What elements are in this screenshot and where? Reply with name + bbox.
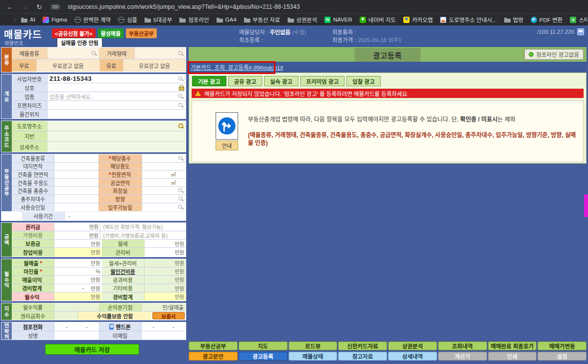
email-input[interactable] — [141, 331, 186, 340]
industry-input[interactable]: 업종을 선택하세요 - — [47, 92, 186, 100]
bookmark-item[interactable]: 점포라인 — [179, 16, 209, 24]
bottom-button[interactable]: 로드뷰 — [289, 341, 338, 350]
monthly-input[interactable]: % — [54, 267, 102, 275]
search-icon[interactable] — [178, 171, 184, 177]
store-phone-input[interactable]: - - — [54, 322, 99, 331]
bottom-button[interactable]: 광고등록 — [239, 352, 288, 361]
bottom-button[interactable]: 지도 — [239, 341, 288, 350]
registry-left-input[interactable] — [54, 154, 98, 162]
bookmark-item[interactable]: 상권분석 — [288, 16, 317, 24]
monthly-input-2[interactable]: 만원 — [144, 259, 186, 267]
location-input[interactable] — [47, 110, 186, 119]
bottom-button[interactable]: 광고문안 — [189, 352, 238, 361]
bookmark-item[interactable]: 완벽한 계약 — [74, 16, 111, 24]
jibun-input[interactable] — [47, 131, 186, 141]
bookmark-item[interactable]: Figma — [43, 17, 67, 23]
ad-tab[interactable]: 입찰 광고 — [346, 76, 381, 86]
monthly-input[interactable]: 만원 — [54, 292, 102, 301]
road-address-input[interactable] — [47, 121, 186, 131]
save-listing-button[interactable]: 매물카드 저장 — [45, 344, 139, 355]
bookmark-item[interactable]: 법령 — [504, 16, 523, 24]
price-input[interactable]: 만원 — [54, 240, 102, 247]
registry-right-input[interactable] — [142, 163, 186, 170]
bookmark-item[interactable]: 도로명주소 안내시... — [440, 16, 496, 24]
bookmark-item[interactable]: GA4 — [217, 17, 237, 23]
monthly-input[interactable]: 만원 — [54, 276, 102, 284]
deal-type-input[interactable] — [134, 48, 186, 59]
search-icon[interactable] — [178, 50, 184, 56]
bookmark-item[interactable]: 카카오맵 — [403, 16, 433, 24]
bookmark-item[interactable]: 부동산 자료 — [244, 16, 280, 24]
refresh-icon[interactable]: ↻ — [35, 3, 43, 11]
monthly-input-2[interactable]: 만원 — [144, 284, 186, 292]
bookmark-item[interactable]: 심플 — [118, 16, 137, 24]
bottom-button[interactable]: 설정 — [538, 352, 587, 361]
bookmark-item[interactable]: 스티커 오류리포트 — [570, 16, 588, 24]
listing-type-input[interactable] — [47, 48, 99, 59]
site-info-icon[interactable] — [50, 3, 61, 10]
search-icon[interactable] — [178, 155, 184, 161]
jumpoline-no-ad-button[interactable]: 점포라인 광고없음 — [524, 49, 584, 60]
bottom-button[interactable]: 계산기 — [438, 352, 487, 361]
bookmark-item[interactable]: AI — [21, 17, 35, 23]
ad-tab[interactable]: 공유 광고 — [228, 76, 263, 86]
usage-period-input[interactable]: - — [64, 212, 186, 220]
price-input[interactable]: 만원 — [54, 223, 100, 231]
mobile-input[interactable]: - - — [141, 322, 186, 331]
monthly-input[interactable]: -만원 — [54, 284, 102, 292]
registry-right-input[interactable] — [142, 187, 186, 194]
manager-edit-link[interactable]: (수정) — [292, 29, 306, 35]
bottom-button[interactable]: 매매완료 최종호가 — [488, 341, 537, 350]
registry-right-input[interactable] — [142, 203, 186, 212]
bottom-button[interactable]: 매매가변동 — [538, 341, 587, 350]
url-text[interactable]: stgsuccess.jumpoline.com/work5/jumpo_vie… — [68, 3, 300, 10]
edge-panel-handle[interactable] — [584, 194, 588, 217]
registry-right-input[interactable]: ㎡ — [142, 170, 186, 178]
registry-left-input[interactable] — [54, 203, 98, 212]
registry-left-input[interactable] — [54, 179, 98, 187]
monthly-input-2[interactable]: 만원 — [144, 292, 186, 301]
search-icon[interactable] — [178, 163, 184, 169]
search-icon[interactable] — [178, 180, 184, 186]
bookmark-item[interactable]: NAVER — [324, 17, 352, 23]
bookmark-item[interactable]: 네이버 지도 — [360, 16, 396, 24]
ad-tab[interactable]: 프리미엄 광고 — [300, 76, 345, 86]
monthly-input-2[interactable]: 만원 — [144, 267, 186, 275]
monthly-input[interactable]: 만원 — [54, 259, 102, 267]
search-icon[interactable] — [178, 76, 184, 82]
registry-left-input[interactable] — [54, 195, 98, 203]
lock-icon[interactable] — [178, 85, 184, 91]
monitor-icon[interactable] — [577, 28, 584, 35]
search-icon[interactable] — [178, 123, 184, 129]
search-icon[interactable] — [178, 204, 184, 210]
registry-right-input[interactable] — [142, 154, 186, 162]
bottom-button[interactable]: 참고자료 — [338, 352, 387, 361]
back-icon[interactable]: ← — [6, 3, 14, 11]
bottom-button[interactable]: 매물상태 — [289, 352, 338, 361]
search-icon[interactable] — [178, 102, 184, 108]
price-input-2[interactable]: 만원 — [144, 240, 186, 247]
registry-left-input[interactable] — [54, 187, 98, 194]
forward-icon[interactable]: → — [21, 3, 28, 11]
bottom-button[interactable]: 인쇄 — [488, 352, 537, 361]
registry-right-input[interactable]: ㎡ — [142, 179, 186, 187]
registry-left-input[interactable] — [54, 163, 98, 170]
price-input[interactable]: 만원 — [54, 231, 100, 239]
detail-address-input[interactable] — [47, 142, 186, 152]
franchise-input[interactable] — [47, 101, 186, 109]
bottom-button[interactable]: 부동산공부 — [189, 341, 238, 350]
search-icon[interactable] — [178, 196, 184, 202]
registry-badge[interactable]: 부동산공부 — [126, 28, 157, 38]
ad-tab[interactable]: 실속 광고 — [264, 76, 298, 86]
business-number-input[interactable]: 211-88-15343 — [47, 74, 186, 83]
registry-right-input[interactable] — [142, 195, 186, 203]
bottom-button[interactable]: 조회내역 — [438, 341, 487, 350]
store-name-input[interactable] — [47, 83, 186, 92]
monthly-input-2[interactable]: 만원 — [144, 276, 186, 284]
price-input[interactable]: 만원 — [54, 248, 102, 256]
search-icon[interactable] — [91, 50, 97, 56]
bookmark-item[interactable]: 5대공부 — [145, 16, 172, 24]
bottom-button[interactable]: 상권분석 — [388, 341, 437, 350]
guarantee-certificate-button[interactable]: 보증서 — [152, 312, 185, 319]
bottom-button[interactable]: 상세내역 — [388, 352, 437, 361]
